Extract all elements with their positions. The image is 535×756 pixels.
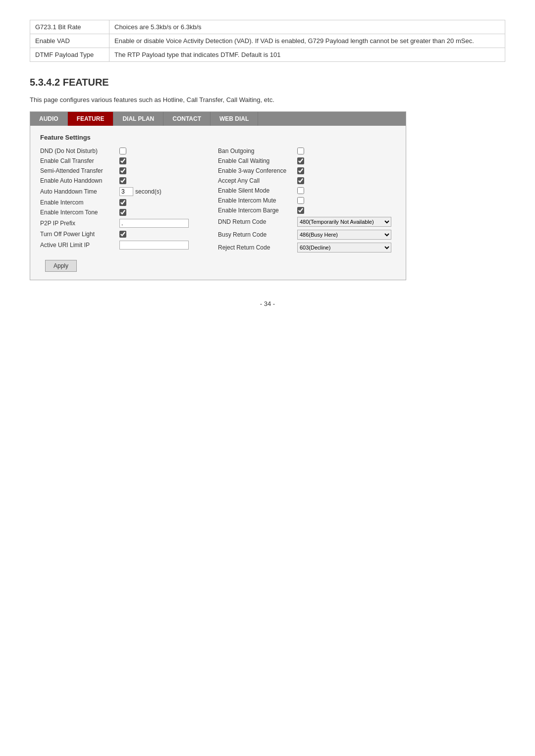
setting-row: Turn Off Power Light — [40, 229, 218, 239]
checkbox-enable-3-way-conference[interactable] — [297, 167, 304, 174]
setting-control — [119, 148, 218, 154]
settings-title: Feature Settings — [40, 134, 396, 141]
setting-label: Accept Any Call — [218, 177, 297, 184]
setting-control — [297, 157, 396, 164]
checkbox-dnd-(do-not-disturb)[interactable] — [119, 148, 126, 154]
select-dnd-return-code[interactable]: 480(Temporarily Not Available)486(Busy H… — [297, 217, 391, 227]
setting-control — [119, 231, 218, 238]
apply-button[interactable]: Apply — [45, 260, 77, 272]
table-row: DTMF Payload TypeThe RTP Payload type th… — [30, 48, 505, 62]
setting-row: Busy Return Code480(Temporarily Not Avai… — [218, 228, 396, 241]
setting-label: Enable Intercom Barge — [218, 207, 297, 214]
table-cell-label: DTMF Payload Type — [30, 48, 109, 62]
setting-control: second(s) — [119, 187, 218, 196]
tab-contact[interactable]: CONTACT — [163, 112, 211, 126]
setting-label: Auto Handdown Time — [40, 188, 119, 195]
checkbox-enable-call-waiting[interactable] — [297, 157, 304, 164]
setting-row: Enable Auto Handdown — [40, 176, 218, 186]
feature-panel: AUDIOFEATUREDIAL PLANCONTACTWEB DIAL Fea… — [30, 111, 406, 280]
setting-label: Enable Intercom Tone — [40, 209, 119, 216]
setting-control — [297, 177, 396, 184]
setting-control — [119, 199, 218, 206]
setting-row: Semi-Attended Transfer — [40, 166, 218, 176]
setting-label: Turn Off Power Light — [40, 231, 119, 238]
text-input-active-uri-limit-ip[interactable] — [119, 241, 189, 250]
setting-control: 480(Temporarily Not Available)486(Busy H… — [297, 217, 396, 227]
setting-label: Enable Call Transfer — [40, 157, 119, 164]
setting-control — [297, 207, 396, 214]
select-reject-return-code[interactable]: 480(Temporarily Not Available)486(Busy H… — [297, 243, 391, 252]
table-row: Enable VADEnable or disable Voice Activi… — [30, 34, 505, 48]
setting-label: Enable Intercom Mute — [218, 197, 297, 204]
setting-row: Ban Outgoing — [218, 146, 396, 156]
setting-control — [297, 197, 396, 204]
table-cell-label: G723.1 Bit Rate — [30, 20, 109, 34]
tab-dial-plan[interactable]: DIAL PLAN — [113, 112, 163, 126]
settings-grid: DND (Do Not Disturb)Enable Call Transfer… — [40, 146, 396, 254]
setting-row: Enable Intercom — [40, 198, 218, 207]
setting-row: Enable 3-way Conference — [218, 166, 396, 176]
setting-row: Enable Intercom Tone — [40, 207, 218, 217]
checkbox-semi-attended-transfer[interactable] — [119, 167, 126, 174]
setting-row: Enable Silent Mode — [218, 186, 396, 196]
checkbox-ban-outgoing[interactable] — [297, 148, 304, 154]
setting-row: DND (Do Not Disturb) — [40, 146, 218, 156]
info-table: G723.1 Bit RateChoices are 5.3kb/s or 6.… — [30, 20, 505, 62]
table-row: G723.1 Bit RateChoices are 5.3kb/s or 6.… — [30, 20, 505, 34]
checkbox-enable-intercom[interactable] — [119, 199, 126, 206]
right-column: Ban OutgoingEnable Call WaitingEnable 3-… — [218, 146, 396, 254]
setting-row: Accept Any Call — [218, 176, 396, 186]
section-description: This page configures various features su… — [30, 96, 505, 103]
table-cell-value: Enable or disable Voice Activity Detecti… — [109, 34, 505, 48]
table-cell-label: Enable VAD — [30, 34, 109, 48]
setting-control — [119, 177, 218, 184]
setting-row: Enable Call Transfer — [40, 156, 218, 166]
setting-row: Reject Return Code480(Temporarily Not Av… — [218, 241, 396, 254]
setting-control: 480(Temporarily Not Available)486(Busy H… — [297, 243, 396, 252]
text-input-p2p-ip-prefix[interactable] — [119, 219, 189, 228]
setting-row: DND Return Code480(Temporarily Not Avail… — [218, 215, 396, 228]
setting-label: Ban Outgoing — [218, 148, 297, 154]
tab-audio[interactable]: AUDIO — [30, 112, 68, 126]
setting-label: Enable 3-way Conference — [218, 167, 297, 174]
apply-row: Apply — [40, 260, 396, 272]
setting-label: Semi-Attended Transfer — [40, 167, 119, 174]
setting-control — [119, 219, 218, 228]
checkbox-accept-any-call[interactable] — [297, 177, 304, 184]
setting-control — [297, 187, 396, 194]
setting-row: Enable Intercom Barge — [218, 205, 396, 215]
setting-label: Enable Intercom — [40, 199, 119, 206]
setting-control — [119, 209, 218, 216]
setting-control: 480(Temporarily Not Available)486(Busy H… — [297, 230, 396, 240]
setting-label: Enable Silent Mode — [218, 187, 297, 194]
tab-feature[interactable]: FEATURE — [68, 112, 114, 126]
setting-label: P2P IP Prefix — [40, 220, 119, 227]
checkbox-enable-silent-mode[interactable] — [297, 187, 304, 194]
setting-control — [119, 157, 218, 164]
text-input-auto-handdown-time[interactable] — [119, 187, 133, 196]
setting-row: Auto Handdown Timesecond(s) — [40, 186, 218, 198]
select-busy-return-code[interactable]: 480(Temporarily Not Available)486(Busy H… — [297, 230, 391, 240]
table-cell-value: Choices are 5.3kb/s or 6.3kb/s — [109, 20, 505, 34]
tab-web-dial[interactable]: WEB DIAL — [211, 112, 258, 126]
setting-label: Enable Call Waiting — [218, 157, 297, 164]
checkbox-enable-call-transfer[interactable] — [119, 157, 126, 164]
table-cell-value: The RTP Payload type that indicates DTMF… — [109, 48, 505, 62]
setting-control — [297, 148, 396, 154]
checkbox-enable-intercom-mute[interactable] — [297, 197, 304, 204]
checkbox-turn-off-power-light[interactable] — [119, 231, 126, 238]
setting-label: Active URI Limit IP — [40, 242, 119, 249]
checkbox-enable-intercom-barge[interactable] — [297, 207, 304, 214]
panel-body: Feature Settings DND (Do Not Disturb)Ena… — [30, 126, 406, 280]
page-number: - 34 - — [30, 300, 505, 307]
left-column: DND (Do Not Disturb)Enable Call Transfer… — [40, 146, 218, 254]
unit-label: second(s) — [135, 188, 161, 195]
setting-row: Enable Call Waiting — [218, 156, 396, 166]
setting-label: Reject Return Code — [218, 244, 297, 251]
setting-label: Busy Return Code — [218, 231, 297, 238]
setting-label: Enable Auto Handdown — [40, 177, 119, 184]
checkbox-enable-auto-handdown[interactable] — [119, 177, 126, 184]
setting-control — [119, 241, 218, 250]
checkbox-enable-intercom-tone[interactable] — [119, 209, 126, 216]
setting-label: DND Return Code — [218, 218, 297, 225]
